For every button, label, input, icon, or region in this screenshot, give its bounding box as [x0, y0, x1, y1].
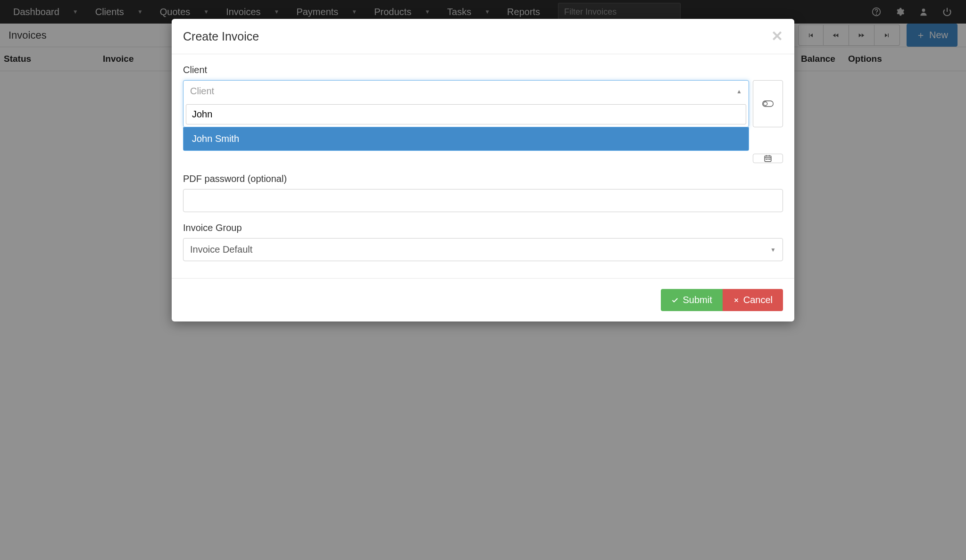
modal-title: Create Invoice: [183, 30, 259, 43]
client-select-placeholder: Client: [190, 86, 214, 97]
modal-header: Create Invoice ✕: [172, 19, 794, 54]
svg-rect-3: [763, 101, 774, 107]
cancel-button[interactable]: Cancel: [723, 289, 783, 311]
check-icon: [671, 296, 679, 304]
toggle-client-button[interactable]: [753, 80, 783, 127]
create-invoice-modal: Create Invoice ✕ Client Client ▲: [172, 19, 794, 321]
date-input-group: [183, 154, 783, 163]
cancel-label: Cancel: [743, 295, 773, 305]
client-select[interactable]: Client ▲: [183, 80, 749, 127]
pdf-password-input[interactable]: [183, 189, 783, 212]
invoice-group-form-group: Invoice Group Invoice Default ▼: [183, 222, 783, 261]
invoice-group-select[interactable]: Invoice Default ▼: [183, 238, 783, 261]
modal-body: Client Client ▲ John Smith: [172, 54, 794, 278]
client-dropdown-results: John Smith: [183, 127, 749, 151]
pdf-password-form-group: PDF password (optional): [183, 173, 783, 212]
caret-up-icon: ▲: [736, 88, 742, 95]
modal-footer: Submit Cancel: [172, 278, 794, 321]
svg-rect-11: [769, 159, 770, 160]
client-form-group: Client Client ▲ John Smith: [183, 65, 783, 127]
invoice-group-label: Invoice Group: [183, 222, 783, 233]
client-select-wrap: Client ▲ John Smith: [183, 80, 749, 127]
modal-close-button[interactable]: ✕: [771, 29, 783, 43]
caret-down-icon: ▼: [770, 247, 776, 253]
client-select-display: Client ▲: [183, 81, 749, 102]
date-picker-button[interactable]: [753, 154, 783, 163]
submit-button[interactable]: Submit: [661, 289, 722, 311]
svg-point-4: [764, 102, 767, 106]
client-input-group: Client ▲ John Smith: [183, 80, 783, 127]
client-option[interactable]: John Smith: [183, 127, 749, 150]
client-search-input[interactable]: [186, 104, 746, 124]
client-search-wrap: [183, 102, 749, 127]
close-icon: [733, 297, 740, 304]
pdf-password-label: PDF password (optional): [183, 173, 783, 184]
svg-rect-9: [766, 159, 767, 160]
invoice-group-selected: Invoice Default: [190, 244, 252, 255]
date-form-group: [183, 154, 783, 163]
svg-rect-10: [767, 159, 768, 160]
client-label: Client: [183, 65, 783, 75]
submit-label: Submit: [683, 295, 712, 305]
